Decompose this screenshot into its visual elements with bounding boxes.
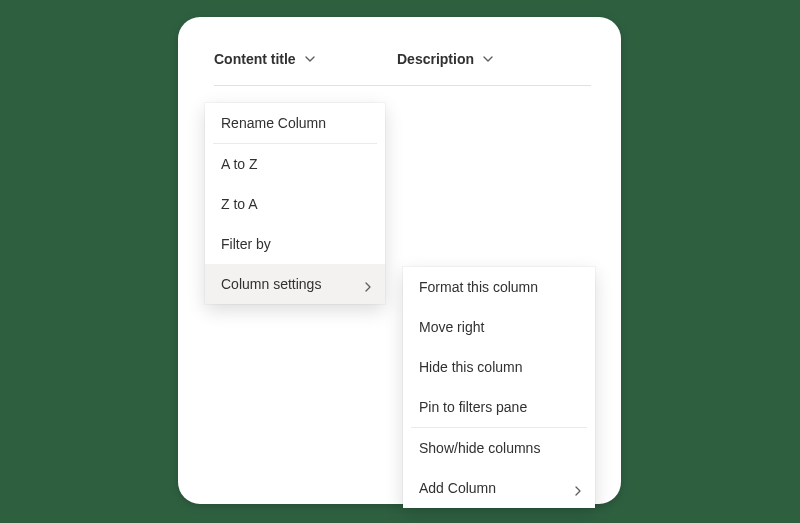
menu-item-label: Filter by <box>221 236 271 252</box>
content-panel: Content title Description Rename Column … <box>178 17 621 504</box>
column-headers: Content title Description <box>214 51 591 81</box>
menu-item-label: Column settings <box>221 276 321 292</box>
submenu-item-label: Format this column <box>419 279 538 295</box>
menu-item-label: Z to A <box>221 196 258 212</box>
submenu-item-label: Pin to filters pane <box>419 399 527 415</box>
menu-item-sort-z-to-a[interactable]: Z to A <box>205 184 385 224</box>
submenu-item-label: Hide this column <box>419 359 523 375</box>
column-header-description[interactable]: Description <box>397 51 494 67</box>
submenu-item-label: Add Column <box>419 480 496 496</box>
column-context-menu: Rename Column A to Z Z to A Filter by Co… <box>205 103 385 304</box>
menu-item-sort-a-to-z[interactable]: A to Z <box>205 144 385 184</box>
submenu-item-hide-this-column[interactable]: Hide this column <box>403 347 595 387</box>
submenu-item-move-right[interactable]: Move right <box>403 307 595 347</box>
submenu-item-add-column[interactable]: Add Column <box>403 468 595 508</box>
submenu-item-label: Show/hide columns <box>419 440 540 456</box>
submenu-item-label: Move right <box>419 319 484 335</box>
submenu-item-pin-to-filters-pane[interactable]: Pin to filters pane <box>403 387 595 427</box>
chevron-down-icon <box>304 53 316 65</box>
menu-item-column-settings[interactable]: Column settings <box>205 264 385 304</box>
column-header-label: Description <box>397 51 474 67</box>
menu-item-label: Rename Column <box>221 115 326 131</box>
submenu-item-format-this-column[interactable]: Format this column <box>403 267 595 307</box>
chevron-right-icon <box>363 279 373 289</box>
column-header-label: Content title <box>214 51 296 67</box>
submenu-item-show-hide-columns[interactable]: Show/hide columns <box>403 428 595 468</box>
column-settings-submenu: Format this column Move right Hide this … <box>403 267 595 508</box>
menu-item-rename-column[interactable]: Rename Column <box>205 103 385 143</box>
chevron-down-icon <box>482 53 494 65</box>
menu-item-label: A to Z <box>221 156 258 172</box>
column-header-content-title[interactable]: Content title <box>214 51 316 67</box>
header-separator <box>214 85 591 86</box>
menu-item-filter-by[interactable]: Filter by <box>205 224 385 264</box>
chevron-right-icon <box>573 483 583 493</box>
